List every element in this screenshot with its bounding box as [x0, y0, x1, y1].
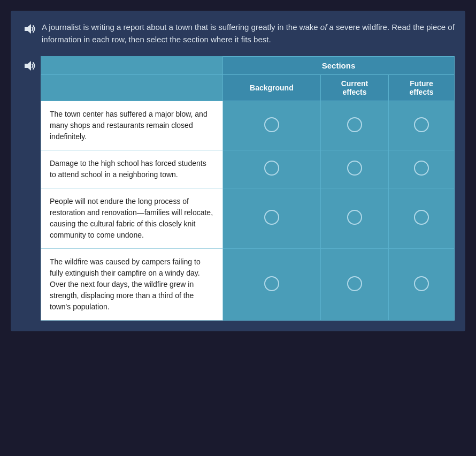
row3-current-radio-cell: [320, 188, 388, 249]
row3-current-radio[interactable]: [347, 210, 362, 225]
row3-future-radio-cell: [389, 188, 455, 249]
header-empty-cell: [41, 57, 223, 75]
row4-background-radio[interactable]: [264, 276, 279, 291]
row3-background-radio[interactable]: [264, 210, 279, 225]
row2-background-radio[interactable]: [264, 161, 279, 176]
row1-future-radio[interactable]: [414, 117, 429, 132]
row2-future-radio-cell: [389, 150, 455, 188]
table-row: The wildfire was caused by campers faili…: [41, 249, 455, 321]
row4-background-radio-cell: [223, 249, 321, 321]
row3-background-radio-cell: [223, 188, 321, 249]
col-header-background: Background: [223, 75, 321, 101]
sections-header-row: Sections: [41, 57, 455, 75]
table-area: Sections Background Currenteffects Futur…: [21, 56, 455, 321]
row4-text: The wildfire was caused by campers faili…: [41, 249, 223, 321]
row3-text: People will not endure the long process …: [41, 188, 223, 249]
speaker-icon-instruction[interactable]: [21, 21, 36, 40]
table-row: Damage to the high school has forced stu…: [41, 150, 455, 188]
svg-marker-0: [25, 24, 31, 34]
table-row: The town center has suffered a major blo…: [41, 101, 455, 150]
row1-text: The town center has suffered a major blo…: [41, 101, 223, 150]
svg-marker-1: [25, 61, 31, 71]
row1-current-radio[interactable]: [347, 117, 362, 132]
col-headers-row: Background Currenteffects Futureeffects: [41, 75, 455, 101]
row2-current-radio-cell: [320, 150, 388, 188]
instruction-text: A journalist is writing a report about a…: [42, 21, 455, 45]
col-header-empty: [41, 75, 223, 101]
table-row: People will not endure the long process …: [41, 188, 455, 249]
row1-future-radio-cell: [389, 101, 455, 150]
row4-future-radio[interactable]: [414, 276, 429, 291]
row3-future-radio[interactable]: [414, 210, 429, 225]
row2-background-radio-cell: [223, 150, 321, 188]
row4-current-radio[interactable]: [347, 276, 362, 291]
speaker-icon-table[interactable]: [21, 58, 36, 75]
sections-header-cell: Sections: [223, 57, 455, 75]
row4-future-radio-cell: [389, 249, 455, 321]
col-header-future-effects: Futureeffects: [389, 75, 455, 101]
row1-current-radio-cell: [320, 101, 388, 150]
row4-current-radio-cell: [320, 249, 388, 321]
row2-current-radio[interactable]: [347, 161, 362, 176]
sections-table: Sections Background Currenteffects Futur…: [41, 56, 455, 321]
page-container: A journalist is writing a report about a…: [11, 11, 465, 331]
row2-future-radio[interactable]: [414, 161, 429, 176]
row2-text: Damage to the high school has forced stu…: [41, 150, 223, 188]
col-header-current-effects: Currenteffects: [320, 75, 388, 101]
row1-background-radio-cell: [223, 101, 321, 150]
row1-background-radio[interactable]: [264, 117, 279, 132]
instruction-area: A journalist is writing a report about a…: [21, 21, 455, 45]
